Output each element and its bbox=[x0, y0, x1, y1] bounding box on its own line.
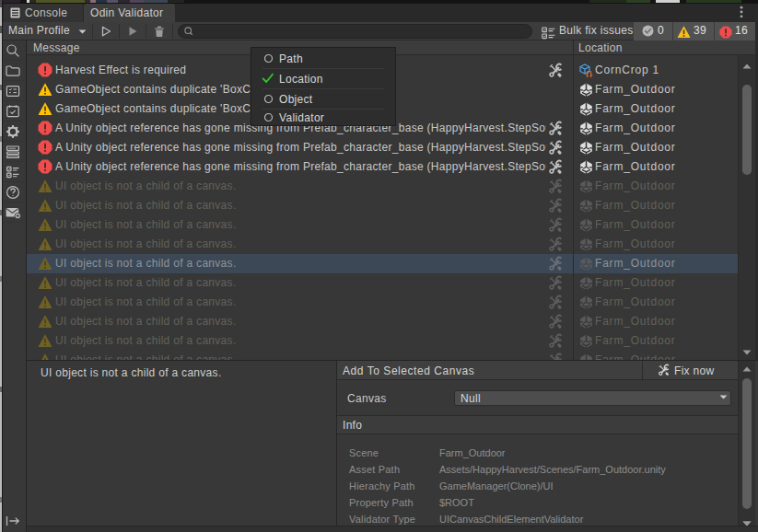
svg-text:{}: {} bbox=[586, 70, 593, 78]
